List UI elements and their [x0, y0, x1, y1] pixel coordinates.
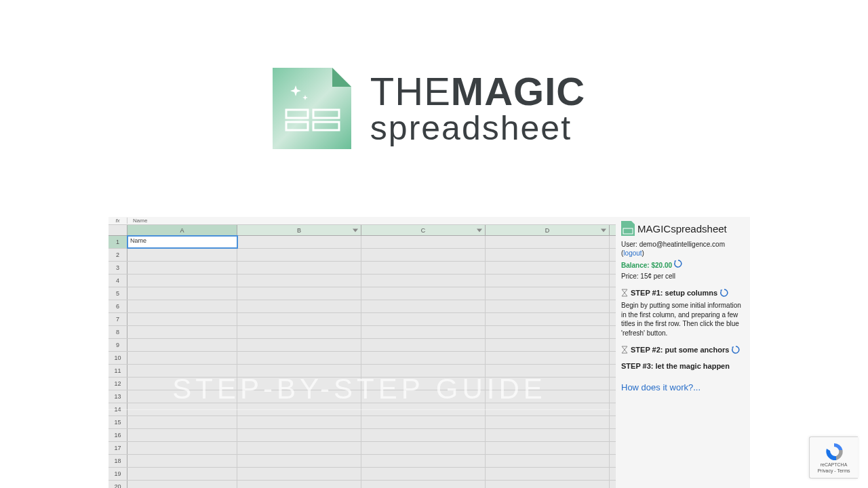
cell[interactable] [127, 378, 237, 390]
cell[interactable] [361, 262, 486, 274]
cell[interactable] [127, 287, 237, 300]
cell[interactable] [127, 339, 237, 351]
cell[interactable] [127, 455, 237, 467]
row-header[interactable]: 12 [108, 378, 127, 390]
row-header[interactable]: 9 [108, 339, 127, 351]
column-header-d[interactable]: D [486, 225, 610, 235]
cell[interactable] [486, 262, 610, 274]
cell[interactable] [486, 236, 610, 248]
select-all-corner[interactable] [108, 225, 127, 235]
cell[interactable] [127, 262, 237, 274]
cell[interactable] [237, 481, 361, 488]
cell[interactable] [361, 416, 486, 428]
cell[interactable] [361, 236, 486, 248]
row-header[interactable]: 4 [108, 274, 127, 287]
row-header[interactable]: 5 [108, 287, 127, 300]
row-header[interactable]: 2 [108, 249, 127, 261]
cell[interactable] [361, 442, 486, 454]
dropdown-icon[interactable] [477, 228, 482, 232]
cell[interactable] [486, 287, 610, 300]
cell[interactable] [237, 249, 361, 261]
cell[interactable] [237, 442, 361, 454]
row-header[interactable]: 15 [108, 416, 127, 428]
cell[interactable] [237, 468, 361, 480]
row-header[interactable]: 17 [108, 442, 127, 454]
cell[interactable] [486, 442, 610, 454]
cell[interactable] [486, 339, 610, 351]
cell[interactable] [237, 378, 361, 390]
cell[interactable] [486, 468, 610, 480]
cell[interactable] [237, 287, 361, 300]
cell[interactable]: Name [127, 236, 237, 248]
cell[interactable] [361, 378, 486, 390]
row-header[interactable]: 1 [108, 236, 127, 248]
cell[interactable] [486, 403, 610, 415]
row-header[interactable]: 8 [108, 326, 127, 338]
cell[interactable] [237, 429, 361, 441]
cell[interactable] [486, 378, 610, 390]
refresh-icon[interactable] [720, 289, 728, 297]
cell[interactable] [361, 313, 486, 325]
row-header[interactable]: 6 [108, 300, 127, 312]
cell[interactable] [486, 352, 610, 364]
cell[interactable] [237, 390, 361, 403]
cell[interactable] [361, 390, 486, 403]
cell[interactable] [127, 403, 237, 415]
cell[interactable] [127, 468, 237, 480]
cell[interactable] [127, 390, 237, 403]
how-link[interactable]: How does it work?... [621, 382, 745, 392]
recaptcha-links[interactable]: Privacy - Terms [817, 468, 850, 473]
row-header[interactable]: 19 [108, 468, 127, 480]
cell[interactable] [361, 326, 486, 338]
cell[interactable] [361, 274, 486, 287]
cell[interactable] [486, 300, 610, 312]
cell[interactable] [361, 339, 486, 351]
cell[interactable] [237, 416, 361, 428]
cell[interactable] [361, 455, 486, 467]
cell[interactable] [361, 429, 486, 441]
row-header[interactable]: 3 [108, 262, 127, 274]
row-header[interactable]: 16 [108, 429, 127, 441]
cell[interactable] [486, 416, 610, 428]
cell[interactable] [127, 365, 237, 377]
cell[interactable] [237, 313, 361, 325]
cell[interactable] [361, 287, 486, 300]
cell[interactable] [127, 416, 237, 428]
row-header[interactable]: 18 [108, 455, 127, 467]
cell[interactable] [127, 352, 237, 364]
cell[interactable] [237, 236, 361, 248]
dropdown-icon[interactable] [601, 228, 606, 232]
cell[interactable] [237, 403, 361, 415]
column-header-a[interactable]: A [127, 225, 237, 235]
cell[interactable] [486, 455, 610, 467]
cell[interactable] [486, 390, 610, 403]
cell[interactable] [237, 339, 361, 351]
row-header[interactable]: 20 [108, 481, 127, 488]
cell[interactable] [237, 274, 361, 287]
cell[interactable] [486, 249, 610, 261]
refresh-icon[interactable] [674, 260, 682, 268]
recaptcha-badge[interactable]: reCAPTCHA Privacy - Terms [809, 436, 858, 479]
row-header[interactable]: 13 [108, 390, 127, 403]
cell[interactable] [361, 300, 486, 312]
cell[interactable] [486, 429, 610, 441]
cell[interactable] [361, 352, 486, 364]
logout-link[interactable]: logout [623, 249, 642, 257]
cell[interactable] [237, 300, 361, 312]
cell[interactable] [237, 365, 361, 377]
cell[interactable] [237, 352, 361, 364]
cell[interactable] [127, 300, 237, 312]
cell[interactable] [127, 313, 237, 325]
cell[interactable] [361, 249, 486, 261]
row-header[interactable]: 11 [108, 365, 127, 377]
cell[interactable] [237, 262, 361, 274]
cell[interactable] [127, 326, 237, 338]
row-header[interactable]: 14 [108, 403, 127, 415]
cell[interactable] [486, 313, 610, 325]
column-header-b[interactable]: B [237, 225, 361, 235]
row-header[interactable]: 7 [108, 313, 127, 325]
column-header-c[interactable]: C [361, 225, 486, 235]
cell[interactable] [361, 365, 486, 377]
row-header[interactable]: 10 [108, 352, 127, 364]
cell[interactable] [486, 365, 610, 377]
